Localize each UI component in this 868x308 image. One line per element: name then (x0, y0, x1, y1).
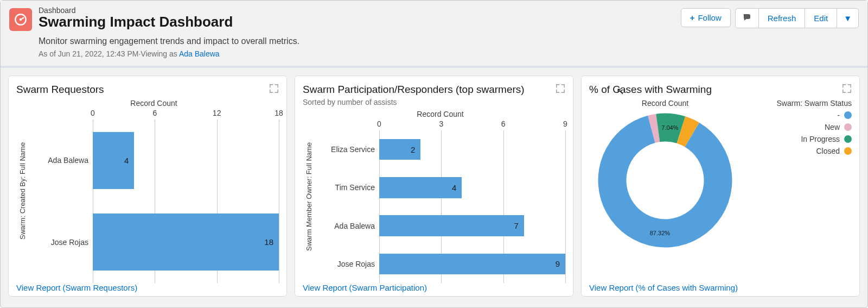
chart-swarm-requestors: Swarm: Created By: Full Name Record Coun… (16, 99, 279, 283)
bar[interactable]: 4 (379, 177, 462, 198)
bar[interactable]: 2 (379, 139, 420, 160)
more-actions-button[interactable]: ▼ (837, 8, 859, 28)
chart-cases-donut: 7.04%87.32% (595, 110, 736, 251)
legend-item[interactable]: New (777, 123, 852, 131)
bar-row: Eliza Service2 (320, 130, 565, 168)
view-report-link[interactable]: View Report (Swarm Requestors) (16, 283, 137, 292)
bar[interactable]: 18 (93, 213, 279, 271)
page-title: Swarming Impact Dashboard (39, 14, 233, 30)
legend-item[interactable]: Closed (777, 147, 852, 155)
page-subheader: Monitor swarming engagement trends and i… (1, 36, 867, 66)
x-tick: 0 (91, 109, 95, 117)
bar-category-label: Jose Rojas (320, 260, 379, 268)
legend-swatch (844, 123, 852, 131)
bar-row: Tim Service4 (320, 168, 565, 206)
bar-category-label: Jose Rojas (33, 238, 93, 247)
legend-label: In Progress (801, 135, 840, 143)
page-description: Monitor swarming engagement trends and i… (39, 36, 859, 46)
chevron-down-icon: ▼ (844, 14, 852, 23)
card-swarm-requestors: Swarm Requestors Swarm: Created By: Full… (8, 76, 287, 297)
donut-axis-title: Record Count (589, 99, 741, 108)
card-swarm-responders: Swarm Participation/Responders (top swar… (295, 76, 573, 297)
x-tick: 18 (275, 109, 283, 117)
legend-item[interactable]: In Progress (777, 135, 852, 143)
card-subtitle: Sorted by number of assists (303, 98, 525, 106)
expand-button[interactable] (842, 84, 852, 93)
bar-row: Jose Rojas18 (33, 202, 279, 284)
bar[interactable]: 4 (93, 132, 134, 189)
svg-point-1 (20, 18, 22, 21)
card-title: % of Cases with Swarming (589, 84, 712, 96)
bar[interactable]: 9 (379, 254, 565, 275)
header-actions: + Follow Refresh Edit ▼ (681, 8, 859, 28)
bar[interactable]: 7 (379, 215, 524, 236)
chart-swarm-responders: Swarm Member Owner: Full Name Record Cou… (303, 110, 565, 283)
bar-row: Ada Balewa7 (320, 207, 565, 245)
legend-swatch (844, 111, 852, 119)
x-tick: 6 (501, 120, 506, 128)
legend-label: New (825, 123, 840, 131)
bar-category-label: Ada Balewa (320, 222, 379, 230)
card-cases-swarming: % of Cases with Swarming Record Count 7.… (581, 76, 860, 297)
plus-icon: + (690, 13, 695, 22)
edit-button[interactable]: Edit (805, 8, 837, 28)
x-axis-title: Record Count (29, 99, 279, 108)
page-header: Dashboard Swarming Impact Dashboard + Fo… (1, 1, 867, 36)
legend-swatch (844, 147, 852, 155)
refresh-button[interactable]: Refresh (759, 8, 806, 28)
legend-item[interactable]: - (777, 111, 852, 120)
page-meta: As of Jun 21, 2022, 12:43 PM·Viewing as … (39, 49, 859, 58)
y-axis-label: Swarm Member Owner: Full Name (303, 110, 315, 283)
view-report-link[interactable]: View Report (% of Cases with Swarming) (589, 283, 738, 292)
x-tick: 12 (213, 109, 221, 117)
x-tick: 6 (152, 109, 157, 117)
follow-label: Follow (698, 13, 721, 22)
y-axis-label: Swarm: Created By: Full Name (16, 99, 29, 283)
bar-category-label: Eliza Service (320, 145, 379, 154)
legend-swatch (844, 135, 852, 143)
x-tick: 0 (377, 120, 381, 128)
x-tick: 9 (563, 120, 567, 128)
bar-category-label: Ada Balewa (33, 156, 93, 165)
x-tick: 3 (439, 120, 443, 128)
bar-row: Jose Rojas9 (320, 245, 565, 283)
chatter-button[interactable] (735, 8, 759, 28)
card-title: Swarm Participation/Responders (top swar… (303, 84, 525, 96)
legend-label: - (837, 111, 840, 120)
x-axis-title: Record Count (315, 110, 565, 118)
viewing-as-user-link[interactable]: Ada Balewa (179, 49, 220, 58)
expand-button[interactable] (556, 84, 565, 93)
dashboard-app-icon (9, 8, 32, 31)
bar-category-label: Tim Service (320, 183, 379, 192)
speech-bubbles-icon (742, 13, 752, 23)
legend-title: Swarm: Swarm Status (777, 99, 852, 108)
donut-legend: Swarm: Swarm Status -NewIn ProgressClose… (777, 99, 852, 159)
follow-button[interactable]: + Follow (681, 8, 731, 27)
legend-label: Closed (816, 147, 840, 155)
bar-row: Ada Balewa4 (33, 120, 279, 202)
card-title: Swarm Requestors (16, 84, 104, 96)
expand-button[interactable] (269, 84, 279, 93)
view-report-link[interactable]: View Report (Swarm Participation) (303, 283, 427, 292)
